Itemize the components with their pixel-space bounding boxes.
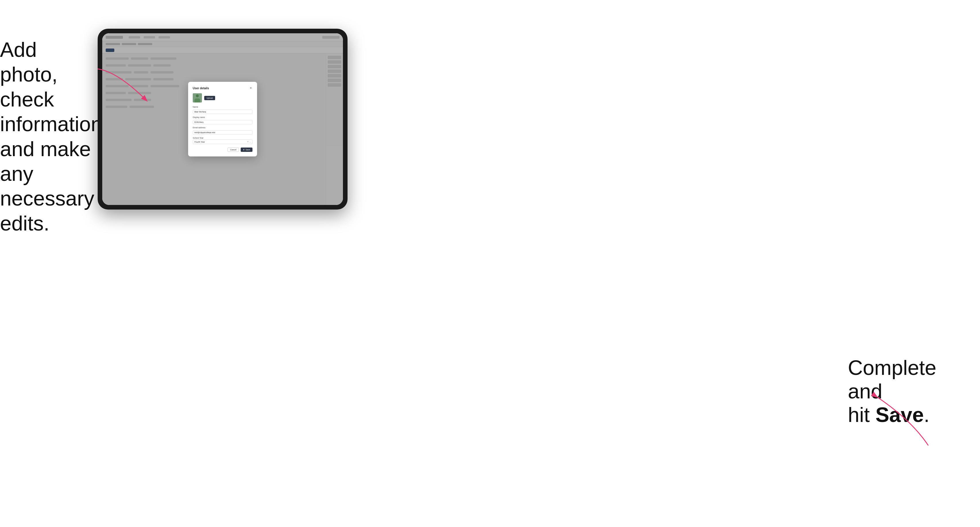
select-clear-icon[interactable]: ✕: [247, 141, 249, 143]
modal-overlay: User details ✕ Upload Name: [102, 33, 343, 205]
user-details-modal: User details ✕ Upload Name: [188, 82, 257, 156]
photo-section: Upload: [193, 93, 253, 103]
chevron-down-icon: ⌄: [249, 141, 251, 143]
modal-title: User details: [193, 87, 209, 90]
tablet-screen: User details ✕ Upload Name: [102, 33, 343, 205]
email-label: Email address: [193, 127, 253, 129]
left-arrow: [95, 66, 152, 113]
avatar: [193, 93, 202, 103]
save-button[interactable]: ⬆ Save: [241, 148, 253, 152]
school-year-field-group: School Year Fourth Year ✕ ⌄: [193, 137, 253, 144]
display-name-field-group: Display name: [193, 116, 253, 124]
save-icon: ⬆: [243, 149, 245, 151]
cancel-button[interactable]: Cancel: [228, 148, 239, 152]
modal-header: User details ✕: [193, 86, 253, 90]
save-label: Save: [246, 149, 250, 151]
school-year-value: Fourth Year: [194, 141, 247, 143]
left-annotation: Add photo, check information and make an…: [0, 37, 95, 236]
app-background: User details ✕ Upload Name: [102, 33, 343, 205]
close-icon[interactable]: ✕: [249, 86, 253, 90]
display-name-label: Display name: [193, 116, 253, 118]
upload-button[interactable]: Upload: [204, 96, 215, 100]
name-label: Name: [193, 106, 253, 108]
tablet-frame: User details ✕ Upload Name: [98, 29, 348, 210]
school-year-label: School Year: [193, 137, 253, 139]
display-name-input[interactable]: [193, 120, 253, 124]
right-arrow: [868, 391, 931, 449]
email-field-group: Email address: [193, 127, 253, 135]
name-field-group: Name: [193, 106, 253, 114]
modal-footer: Cancel ⬆ Save: [193, 148, 253, 152]
school-year-select[interactable]: Fourth Year ✕ ⌄: [193, 140, 253, 144]
email-input[interactable]: [193, 130, 253, 135]
name-input[interactable]: [193, 110, 253, 114]
